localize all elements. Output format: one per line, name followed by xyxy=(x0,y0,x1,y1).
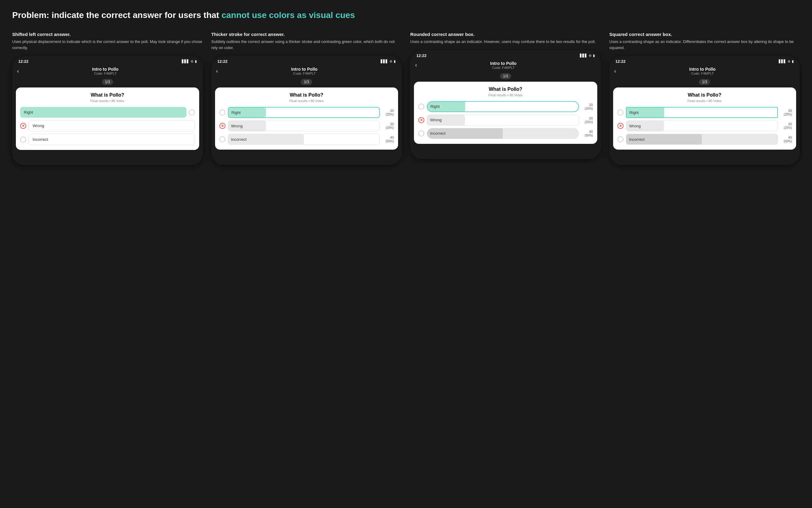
vote-wrong-2: 20(25%) xyxy=(382,122,394,129)
answer-right-4[interactable]: Right xyxy=(626,107,778,118)
radio-incorrect-3[interactable] xyxy=(418,130,424,136)
phone-content-2: What is Pollo? Final results • 80 Votes … xyxy=(211,87,402,156)
phone-progress-2: 1/3 xyxy=(211,77,402,87)
answer-row-wrong-1: ✕ Wrong xyxy=(20,120,195,131)
answer-right-2[interactable]: Right xyxy=(228,107,380,118)
answer-options-4: Right 20(25%) ✕ Wrong xyxy=(617,107,792,145)
poll-results-4: Final results • 80 Votes xyxy=(617,99,792,103)
answer-right-label-3: Right xyxy=(427,104,442,109)
status-bar-3: 12:22 ▋▋▋ ⊜ ▮ xyxy=(410,50,601,60)
design-1-body: Uses physical displacement to indicate w… xyxy=(12,39,203,51)
back-button-3[interactable]: ‹ xyxy=(415,62,417,68)
answer-incorrect-label-3: Incorrect xyxy=(427,131,449,136)
answer-incorrect-2[interactable]: Incorrect xyxy=(228,134,380,145)
design-1-title: Shifted left correct answer. xyxy=(12,32,203,37)
status-time-1: 12:22 xyxy=(18,59,28,64)
answer-wrong-2[interactable]: Wrong xyxy=(228,120,380,131)
radio-wrong-2[interactable]: ✕ xyxy=(219,123,225,129)
answer-right-label-2: Right xyxy=(229,110,244,115)
radio-incorrect-2[interactable] xyxy=(219,136,225,142)
phone-nav-3: ‹ Intro to Pollo Code: F4MPLT xyxy=(410,60,601,71)
phone-bottom-2 xyxy=(211,156,402,165)
phone-nav-4: ‹ Intro to Pollo Code: F4MPLT xyxy=(610,66,800,77)
design-1-description: Shifted left correct answer. Uses physic… xyxy=(12,32,203,51)
answer-row-wrong-3: ✕ Wrong 20(25%) xyxy=(418,115,593,126)
phone-nav-2: ‹ Intro to Pollo Code: F4MPLT xyxy=(211,66,402,77)
poll-question-3: What is Pollo? xyxy=(418,87,593,92)
poll-results-1: Final results • 80 Votes xyxy=(20,99,195,103)
design-4-body: Uses a contrasting shape as an indicator… xyxy=(610,39,800,51)
page-wrapper: Problem: indicate the correct answer for… xyxy=(12,10,800,165)
poll-question-4: What is Pollo? xyxy=(617,92,792,98)
nav-title-main-4: Intro to Pollo xyxy=(689,67,716,72)
answer-row-right-4: Right 20(25%) xyxy=(617,107,792,118)
poll-question-1: What is Pollo? xyxy=(20,92,195,98)
back-button-2[interactable]: ‹ xyxy=(216,68,218,74)
phone-nav-1: ‹ Intro to Pollo Code: F4MPLT xyxy=(12,66,203,77)
phone-content-3: What is Pollo? Final results • 80 Votes … xyxy=(410,82,601,150)
radio-right-1[interactable] xyxy=(189,110,195,116)
answer-wrong-1[interactable]: Wrong xyxy=(29,120,195,131)
nav-title-main-2: Intro to Pollo xyxy=(291,67,317,72)
vote-incorrect-4: 40(50%) xyxy=(780,136,792,143)
design-2-title: Thicker stroke for correct answer. xyxy=(211,32,402,37)
answer-incorrect-3[interactable]: Incorrect xyxy=(427,128,579,139)
answer-right-1[interactable]: Right xyxy=(20,107,186,118)
answer-right-label-4: Right xyxy=(626,110,642,115)
status-icons-2: ▋▋▋ ⊜ ▮ xyxy=(381,59,396,64)
poll-question-2: What is Pollo? xyxy=(219,92,394,98)
design-column-2: Thicker stroke for correct answer. Subtl… xyxy=(211,32,402,165)
radio-wrong-4[interactable]: ✕ xyxy=(617,123,623,129)
answer-options-1: Right ✕ Wrong Incorrect xyxy=(20,107,195,145)
answer-incorrect-label-4: Incorrect xyxy=(626,137,648,142)
signal-icon-3: ▋▋▋ xyxy=(580,54,587,57)
status-icons-3: ▋▋▋ ⊜ ▮ xyxy=(580,54,595,57)
nav-title-4: Intro to Pollo Code: F4MPLT xyxy=(689,67,716,75)
progress-badge-4: 1/3 xyxy=(699,79,710,85)
phone-content-4: What is Pollo? Final results • 80 Votes … xyxy=(610,87,800,156)
radio-incorrect-4[interactable] xyxy=(617,136,623,142)
radio-right-3[interactable] xyxy=(418,103,424,110)
nav-title-main-3: Intro to Pollo xyxy=(490,61,516,66)
progress-badge-1: 1/3 xyxy=(102,79,113,85)
title-start: Problem: indicate the correct answer for… xyxy=(12,10,222,20)
radio-right-4[interactable] xyxy=(617,110,623,116)
answer-row-wrong-2: ✕ Wrong 20(25%) xyxy=(219,120,394,131)
design-4-title: Squared correct answer box. xyxy=(610,32,800,37)
phone-mockup-1: 12:22 ▋▋▋ ⊜ ▮ ‹ Intro to Pollo Code: F4M… xyxy=(12,56,203,165)
answer-row-incorrect-2: Incorrect 40(50%) xyxy=(219,134,394,145)
answer-row-incorrect-1: Incorrect xyxy=(20,134,195,145)
radio-right-2[interactable] xyxy=(219,110,225,116)
signal-icon-4: ▋▋▋ xyxy=(779,59,786,64)
design-2-body: Subtlely outlines the correct answer usi… xyxy=(211,39,402,51)
answer-incorrect-1[interactable]: Incorrect xyxy=(29,134,195,145)
radio-wrong-3[interactable]: ✕ xyxy=(418,117,424,123)
status-icons-4: ▋▋▋ ⊜ ▮ xyxy=(779,59,794,64)
phone-mockup-3: 12:22 ▋▋▋ ⊜ ▮ ‹ Intro to Pollo Code: F4M… xyxy=(410,50,601,159)
answer-incorrect-4[interactable]: Incorrect xyxy=(626,134,778,145)
radio-incorrect-1[interactable] xyxy=(20,136,26,142)
phone-progress-3: 1/3 xyxy=(410,71,601,82)
vote-incorrect-3: 40(50%) xyxy=(581,130,593,137)
signal-icon: ▋▋▋ xyxy=(182,59,189,64)
design-2-description: Thicker stroke for correct answer. Subtl… xyxy=(211,32,402,51)
back-button-4[interactable]: ‹ xyxy=(614,68,616,74)
answer-incorrect-label-2: Incorrect xyxy=(228,137,250,142)
title-highlight: cannot use colors as visual cues xyxy=(222,10,355,20)
answer-wrong-3[interactable]: Wrong xyxy=(427,115,579,126)
answer-row-wrong-4: ✕ Wrong 20(25%) xyxy=(617,120,792,131)
status-time-2: 12:22 xyxy=(218,59,228,64)
answer-options-3: Right 20(25%) ✕ Wrong xyxy=(418,101,593,139)
answer-options-2: Right 20(25%) ✕ Wrong xyxy=(219,107,394,145)
answer-wrong-4[interactable]: Wrong xyxy=(626,120,778,131)
answer-row-incorrect-4: Incorrect 40(50%) xyxy=(617,134,792,145)
nav-code-1: Code: F4MPLT xyxy=(92,72,118,75)
answer-wrong-label-2: Wrong xyxy=(228,124,246,128)
radio-wrong-1[interactable]: ✕ xyxy=(20,123,26,129)
vote-right-2: 20(25%) xyxy=(382,109,394,116)
nav-code-2: Code: F4MPLT xyxy=(291,72,317,75)
design-column-3: Rounded correct answer box. Uses a contr… xyxy=(410,32,601,165)
answer-right-3[interactable]: Right xyxy=(427,101,579,112)
back-button-1[interactable]: ‹ xyxy=(17,68,19,74)
vote-right-3: 20(25%) xyxy=(581,103,593,110)
